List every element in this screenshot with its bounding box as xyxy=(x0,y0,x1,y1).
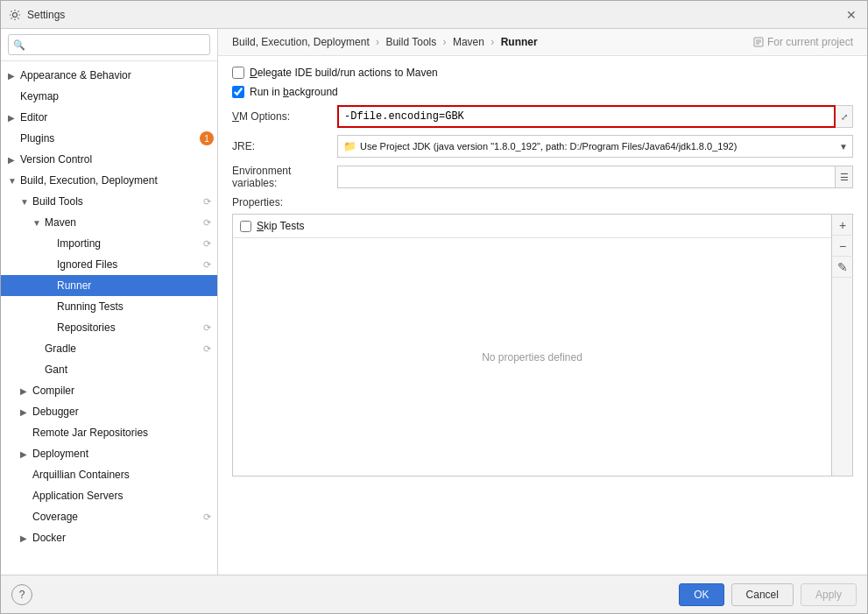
tree-label: Coverage xyxy=(32,511,200,523)
sync-icon: ⟳ xyxy=(200,236,214,251)
add-property-button[interactable]: + xyxy=(832,215,853,236)
breadcrumb-sep-1: › xyxy=(376,36,382,48)
sidebar-item-importing[interactable]: Importing⟳ xyxy=(1,233,217,254)
tree-arrow: ▼ xyxy=(8,176,20,186)
tree-label: Runner xyxy=(57,279,217,292)
tree-label: Ignored Files xyxy=(57,258,200,271)
sidebar-item-deployment[interactable]: ▶Deployment xyxy=(1,443,217,464)
tree-arrow: ▶ xyxy=(20,533,32,543)
svg-point-0 xyxy=(13,12,18,17)
sidebar-item-gant[interactable]: Gant xyxy=(1,359,217,380)
delegate-label[interactable]: Delegate IDE build/run actions to Maven xyxy=(250,67,438,79)
delegate-row: Delegate IDE build/run actions to Maven xyxy=(232,67,853,79)
window-title: Settings xyxy=(27,9,843,21)
search-input[interactable] xyxy=(8,34,210,55)
env-edit-icon[interactable]: ☰ xyxy=(836,166,853,188)
tree-label: Plugins xyxy=(20,132,200,145)
sidebar-item-arquillian-containers[interactable]: Arquillian Containers xyxy=(1,464,217,485)
tree-label: Compiler xyxy=(32,385,217,397)
tree-arrow: ▶ xyxy=(20,449,32,459)
sync-icon: ⟳ xyxy=(200,215,214,229)
sidebar-item-compiler[interactable]: ▶Compiler xyxy=(1,380,217,401)
properties-area: Skip Tests No properties defined xyxy=(232,214,832,476)
sidebar-item-maven[interactable]: ▼Maven⟳ xyxy=(1,212,217,233)
sidebar-item-repositories[interactable]: Repositories⟳ xyxy=(1,317,217,338)
close-button[interactable]: ✕ xyxy=(843,6,860,24)
search-wrap: 🔍 xyxy=(8,34,210,55)
footer-buttons: OK Cancel Apply xyxy=(679,583,857,606)
vm-expand-icon[interactable]: ⤢ xyxy=(836,105,853,128)
tree-arrow: ▶ xyxy=(20,407,32,417)
sidebar-item-coverage[interactable]: Coverage⟳ xyxy=(1,506,217,527)
jre-row: JRE: 📁 Use Project JDK (java version "1.… xyxy=(232,135,853,158)
vm-options-row: VM Options: ⤢ xyxy=(232,105,853,128)
sidebar-item-ignored-files[interactable]: Ignored Files⟳ xyxy=(1,254,217,275)
breadcrumb-sep-3: › xyxy=(490,36,497,48)
sidebar-item-editor[interactable]: ▶Editor xyxy=(1,107,217,128)
run-background-label[interactable]: Run in background xyxy=(250,86,338,98)
ok-button[interactable]: OK xyxy=(679,583,723,606)
vm-options-input[interactable] xyxy=(337,105,836,128)
edit-property-button[interactable]: ✎ xyxy=(832,257,853,278)
skip-tests-label[interactable]: Skip Tests xyxy=(257,220,304,232)
main-content: 🔍 ▶Appearance & BehaviorKeymap▶EditorPlu… xyxy=(1,29,867,575)
help-button[interactable]: ? xyxy=(11,584,32,605)
tree-label: Editor xyxy=(20,111,217,124)
apply-button[interactable]: Apply xyxy=(801,583,857,606)
vm-input-wrap: ⤢ xyxy=(337,105,853,128)
sync-icon: ⟳ xyxy=(200,321,214,335)
tree-arrow: ▶ xyxy=(8,113,20,123)
cancel-button[interactable]: Cancel xyxy=(731,583,794,606)
jre-select[interactable]: 📁 Use Project JDK (java version "1.8.0_1… xyxy=(337,135,853,158)
badge-icon: 1 xyxy=(200,131,214,145)
search-box: 🔍 xyxy=(1,29,217,61)
breadcrumb-current: Runner xyxy=(501,36,538,48)
sidebar-item-running-tests[interactable]: Running Tests xyxy=(1,296,217,317)
sidebar-item-appearance-behavior[interactable]: ▶Appearance & Behavior xyxy=(1,65,217,86)
tree-label: Docker xyxy=(32,532,217,544)
env-vars-input[interactable] xyxy=(337,166,836,188)
breadcrumb: Build, Execution, Deployment › Build Too… xyxy=(232,36,538,48)
title-bar: Settings ✕ xyxy=(1,1,867,29)
breadcrumb-sep-2: › xyxy=(443,36,449,48)
sidebar-item-gradle[interactable]: Gradle⟳ xyxy=(1,338,217,359)
env-wrap: ☰ xyxy=(337,166,853,188)
tree-label: Debugger xyxy=(32,406,217,418)
sidebar-item-runner[interactable]: Runner xyxy=(1,275,217,296)
tree-arrow: ▶ xyxy=(8,71,20,81)
properties-label: Properties: xyxy=(232,196,853,208)
remove-property-button[interactable]: − xyxy=(832,236,853,257)
footer: ? OK Cancel Apply xyxy=(1,575,867,613)
tree-label: Build Tools xyxy=(32,195,200,208)
tree-label: Repositories xyxy=(57,321,200,334)
sidebar-item-application-servers[interactable]: Application Servers xyxy=(1,485,217,506)
sidebar-item-build-tools[interactable]: ▼Build Tools⟳ xyxy=(1,191,217,212)
for-current-project: For current project xyxy=(753,36,853,48)
jre-folder-icon: 📁 xyxy=(343,140,356,152)
skip-tests-checkbox[interactable] xyxy=(240,221,251,232)
sidebar-item-version-control[interactable]: ▶Version Control xyxy=(1,149,217,170)
sidebar-item-remote-jar-repositories[interactable]: Remote Jar Repositories xyxy=(1,422,217,443)
settings-icon xyxy=(8,8,22,22)
run-background-checkbox[interactable] xyxy=(232,86,244,98)
tree-label: Importing xyxy=(57,237,200,250)
sidebar-item-build-execution-deployment[interactable]: ▼Build, Execution, Deployment xyxy=(1,170,217,191)
tree-label: Application Servers xyxy=(32,490,217,502)
properties-toolbar: + − ✎ xyxy=(832,214,853,476)
jre-select-wrap: 📁 Use Project JDK (java version "1.8.0_1… xyxy=(337,135,853,158)
tree-label: Arquillian Containers xyxy=(32,469,217,481)
properties-empty-label: No properties defined xyxy=(233,238,831,476)
sync-icon: ⟳ xyxy=(200,342,214,356)
breadcrumb-bar: Build, Execution, Deployment › Build Too… xyxy=(218,29,867,56)
sidebar-tree: ▶Appearance & BehaviorKeymap▶EditorPlugi… xyxy=(1,61,217,575)
sync-icon: ⟳ xyxy=(200,258,214,272)
sidebar-item-docker[interactable]: ▶Docker xyxy=(1,527,217,548)
tree-label: Appearance & Behavior xyxy=(20,69,217,81)
sidebar-item-plugins[interactable]: Plugins1 xyxy=(1,128,217,149)
tree-arrow: ▼ xyxy=(32,218,45,228)
vm-options-label: VM Options: xyxy=(232,110,337,123)
sidebar-item-debugger[interactable]: ▶Debugger xyxy=(1,401,217,422)
delegate-checkbox[interactable] xyxy=(232,67,244,79)
tree-label: Deployment xyxy=(32,448,217,460)
sidebar-item-keymap[interactable]: Keymap xyxy=(1,86,217,107)
